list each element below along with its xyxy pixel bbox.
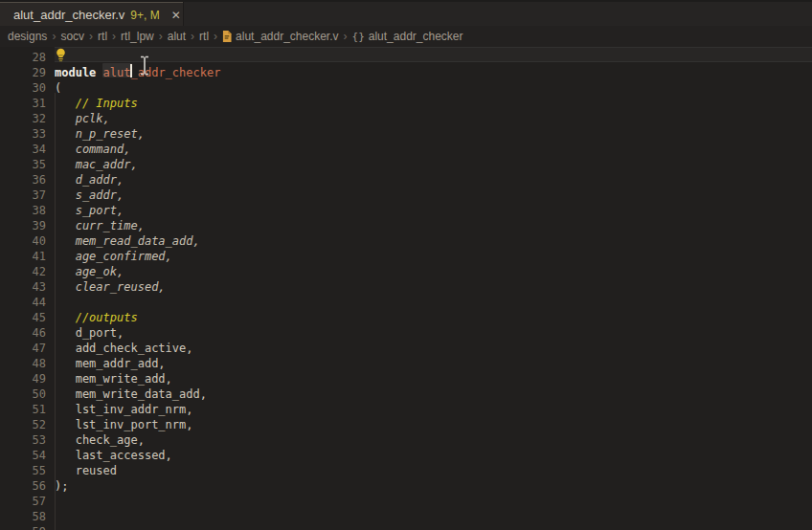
line-number: 56 — [0, 478, 46, 494]
code-line-38[interactable]: 38 s_port, — [0, 203, 812, 218]
line-number: 43 — [0, 279, 46, 295]
code-line-58[interactable]: 58 — [0, 509, 812, 524]
line-number: 48 — [0, 356, 46, 371]
code-text: d_addr, — [55, 172, 124, 188]
line-number: 57 — [0, 494, 46, 509]
breadcrumb-separator-icon: › — [191, 30, 194, 43]
line-number: 58 — [0, 509, 46, 524]
code-line-34[interactable]: 34 command, — [0, 142, 812, 157]
line-number: 38 — [0, 203, 46, 218]
line-number: 55 — [0, 463, 46, 478]
code-line-51[interactable]: 51 lst_inv_addr_nrm, — [0, 402, 812, 417]
code-text: mem_write_add, — [55, 371, 172, 386]
line-number: 47 — [0, 341, 46, 356]
code-text: age_confirmed, — [55, 249, 172, 264]
code-line-55[interactable]: 55 reused — [0, 463, 812, 478]
breadcrumb-item-rtl_lpw[interactable]: rtl_lpw — [121, 30, 154, 43]
code-text: //outputs — [55, 310, 138, 325]
breadcrumb-item-socv[interactable]: socv — [60, 30, 84, 43]
breadcrumb-item-symbol[interactable]: {}alut_addr_checker — [352, 30, 463, 43]
code-text: d_port, — [55, 325, 124, 341]
code-line-43[interactable]: 43 clear_reused, — [0, 279, 812, 295]
breadcrumb-item-alut[interactable]: alut — [168, 30, 186, 43]
code-line-42[interactable]: 42 age_ok, — [0, 264, 812, 279]
code-text: mem_read_data_add, — [55, 233, 200, 249]
line-number: 39 — [0, 218, 46, 233]
vscode-editor-window: alut_addr_checker.v 9+, M ✕ designs›socv… — [0, 0, 812, 530]
line-number: 31 — [0, 96, 46, 111]
code-line-48[interactable]: 48 mem_addr_add, — [0, 356, 812, 371]
code-text: ( — [55, 80, 61, 96]
code-line-53[interactable]: 53 check_age, — [0, 432, 812, 448]
code-line-37[interactable]: 37 s_addr, — [0, 188, 812, 203]
lightbulb-icon[interactable] — [55, 48, 67, 66]
code-text: clear_reused, — [55, 279, 166, 295]
code-line-52[interactable]: 52 lst_inv_port_nrm, — [0, 417, 812, 432]
code-line-30[interactable]: 30( — [0, 80, 812, 96]
breadcrumb-item-file[interactable]: alut_addr_checker.v — [222, 30, 338, 43]
code-line-50[interactable]: 50 mem_write_data_add, — [0, 386, 812, 402]
line-number: 35 — [0, 157, 46, 172]
code-line-54[interactable]: 54 last_accessed, — [0, 448, 812, 463]
tab-decorations-badge: 9+, M — [130, 9, 159, 22]
code-line-59[interactable]: 59 — [0, 524, 812, 530]
code-line-39[interactable]: 39 curr_time, — [0, 218, 812, 233]
close-icon[interactable]: ✕ — [171, 9, 181, 22]
breadcrumb-separator-icon: › — [159, 30, 163, 43]
code-line-57[interactable]: 57 — [0, 494, 812, 509]
line-number: 44 — [0, 295, 46, 310]
code-text: ); — [55, 478, 68, 494]
line-number: 59 — [0, 524, 46, 530]
line-number: 45 — [0, 310, 46, 325]
line-number: 49 — [0, 371, 46, 386]
tab-filename: alut_addr_checker.v — [13, 8, 124, 22]
code-text: mem_write_data_add, — [55, 386, 207, 402]
mouse-ibeam-cursor — [140, 55, 149, 79]
breadcrumb-item-designs[interactable]: designs — [8, 30, 47, 43]
tab-alut-addr-checker[interactable]: alut_addr_checker.v 9+, M ✕ — [0, 2, 184, 28]
code-line-40[interactable]: 40 mem_read_data_add, — [0, 233, 812, 249]
code-text: age_ok, — [55, 264, 124, 279]
code-line-33[interactable]: 33 n_p_reset, — [0, 126, 812, 142]
line-number: 34 — [0, 142, 46, 157]
code-text: lst_inv_addr_nrm, — [55, 402, 193, 417]
code-text: curr_time, — [55, 218, 145, 233]
code-text: s_port, — [55, 203, 124, 218]
code-text: mac_addr, — [55, 157, 138, 172]
line-number: 40 — [0, 233, 46, 249]
code-line-45[interactable]: 45 //outputs — [0, 310, 812, 325]
code-line-41[interactable]: 41 age_confirmed, — [0, 249, 812, 264]
breadcrumb-item-rtl[interactable]: rtl — [199, 30, 209, 43]
line-number: 33 — [0, 126, 46, 142]
symbol-braces-icon: {} — [352, 31, 365, 43]
breadcrumb-item-rtl[interactable]: rtl — [98, 30, 107, 43]
line-number: 46 — [0, 325, 46, 341]
code-text: pclk, — [55, 111, 110, 126]
code-text: mem_addr_add, — [55, 356, 166, 371]
line-number: 51 — [0, 402, 46, 417]
code-text: n_p_reset, — [55, 126, 145, 142]
code-line-44[interactable]: 44 — [0, 295, 812, 310]
code-line-31[interactable]: 31 // Inputs — [0, 96, 812, 111]
code-line-46[interactable]: 46 d_port, — [0, 325, 812, 341]
breadcrumb-separator-icon: › — [89, 30, 93, 43]
line-number: 36 — [0, 172, 46, 188]
breadcrumb: designs›socv›rtl›rtl_lpw›alut›rtl›alut_a… — [0, 26, 812, 47]
code-text: check_age, — [55, 432, 145, 448]
word-occurrence-highlight — [102, 63, 132, 77]
code-editor[interactable]: 2829module alut_addr_checker30(31 // Inp… — [0, 47, 812, 530]
breadcrumb-separator-icon: › — [214, 30, 217, 43]
code-text: command, — [55, 142, 130, 157]
code-line-56[interactable]: 56); — [0, 478, 812, 494]
breadcrumb-separator-icon: › — [52, 30, 56, 43]
line-number: 28 — [0, 50, 46, 65]
tab-bar: alut_addr_checker.v 9+, M ✕ — [0, 0, 812, 26]
code-line-32[interactable]: 32 pclk, — [0, 111, 812, 126]
code-line-49[interactable]: 49 mem_write_add, — [0, 371, 812, 386]
line-number: 54 — [0, 448, 46, 463]
code-text: module alut_addr_checker — [55, 65, 220, 80]
code-line-35[interactable]: 35 mac_addr, — [0, 157, 812, 172]
code-line-36[interactable]: 36 d_addr, — [0, 172, 812, 188]
code-text: reused — [55, 463, 117, 478]
code-line-47[interactable]: 47 add_check_active, — [0, 341, 812, 356]
